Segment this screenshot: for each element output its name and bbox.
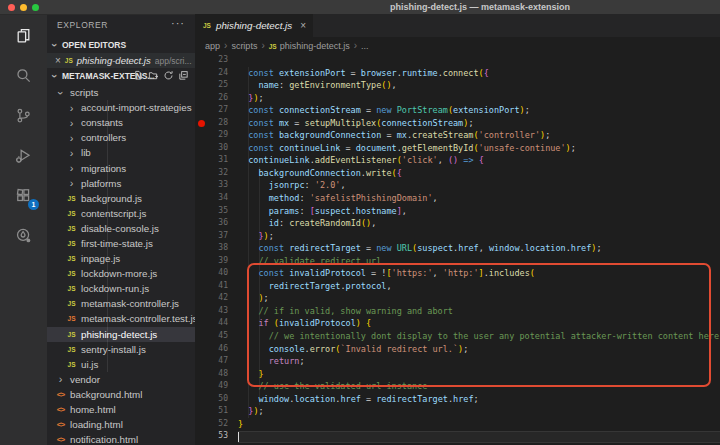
refresh-icon[interactable] bbox=[163, 70, 174, 81]
new-file-icon[interactable] bbox=[133, 70, 144, 81]
open-editor-item[interactable]: ×JSphishing-detect.jsapp/scri... bbox=[47, 53, 195, 68]
line-number[interactable]: 32 bbox=[195, 167, 238, 180]
source-control-icon[interactable] bbox=[0, 95, 47, 135]
line-number[interactable]: 26 bbox=[195, 92, 238, 105]
line-number-gutter[interactable]: 2324252627282930313233343536373839404142… bbox=[195, 54, 238, 443]
collapse-all-icon[interactable] bbox=[178, 70, 189, 81]
line-number[interactable]: 45 bbox=[195, 330, 238, 343]
tree-item-scripts[interactable]: ›scripts bbox=[47, 85, 195, 100]
tree-item-first-time-state-js[interactable]: JSfirst-time-state.js bbox=[47, 236, 195, 251]
tree-item-ui-js[interactable]: JSui.js bbox=[47, 357, 195, 372]
file-tree: ›scripts›account-import-strategies›const… bbox=[47, 85, 195, 445]
tree-item-background-html[interactable]: <>background.html bbox=[47, 387, 195, 402]
line-number[interactable]: 31 bbox=[195, 154, 238, 167]
tab-close-icon[interactable]: × bbox=[300, 20, 306, 31]
line-number[interactable]: 28 bbox=[195, 117, 238, 130]
tree-item-metamask-controller-js[interactable]: JSmetamask-controller.js bbox=[47, 296, 195, 311]
tree-item-contentscript-js[interactable]: JScontentscript.js bbox=[47, 206, 195, 221]
line-number[interactable]: 42 bbox=[195, 292, 238, 305]
line-number[interactable]: 35 bbox=[195, 205, 238, 218]
line-number[interactable]: 39 bbox=[195, 255, 238, 268]
line-number[interactable]: 27 bbox=[195, 104, 238, 117]
tree-item-loading-html[interactable]: <>loading.html bbox=[47, 417, 195, 432]
code-line: method: 'safelistPhishingDomain', bbox=[238, 192, 720, 205]
line-number[interactable]: 44 bbox=[195, 317, 238, 330]
line-number[interactable]: 53 bbox=[195, 430, 238, 443]
tab-label: phishing-detect.js bbox=[216, 20, 292, 31]
breadcrumb-item[interactable]: scripts bbox=[231, 41, 257, 51]
line-number[interactable]: 33 bbox=[195, 179, 238, 192]
tree-item-controllers[interactable]: ›controllers bbox=[47, 130, 195, 145]
tree-item-platforms[interactable]: ›platforms bbox=[47, 176, 195, 191]
line-number[interactable]: 49 bbox=[195, 380, 238, 393]
tree-item-inpage-js[interactable]: JSinpage.js bbox=[47, 251, 195, 266]
tree-item-background-js[interactable]: JSbackground.js bbox=[47, 191, 195, 206]
line-number[interactable]: 51 bbox=[195, 405, 238, 418]
line-number[interactable]: 36 bbox=[195, 217, 238, 230]
tree-item-lockdown-run-js[interactable]: JSlockdown-run.js bbox=[47, 281, 195, 296]
tree-item-home-html[interactable]: <>home.html bbox=[47, 402, 195, 417]
line-number[interactable]: 30 bbox=[195, 142, 238, 155]
breadcrumb-item[interactable]: JSphishing-detect.js bbox=[269, 41, 350, 51]
code-lines[interactable]: const extensionPort = browser.runtime.co… bbox=[238, 54, 720, 443]
line-number[interactable]: 50 bbox=[195, 393, 238, 406]
tree-item-constants[interactable]: ›constants bbox=[47, 115, 195, 130]
macos-minimize-button[interactable] bbox=[20, 4, 27, 11]
tree-item-vendor[interactable]: ›vendor bbox=[47, 372, 195, 387]
run-debug-icon[interactable] bbox=[0, 135, 47, 175]
tree-item-label: scripts bbox=[70, 87, 98, 98]
macos-zoom-button[interactable] bbox=[32, 4, 39, 11]
line-number[interactable]: 29 bbox=[195, 129, 238, 142]
tree-item-phishing-detect-js[interactable]: JSphishing-detect.js bbox=[47, 327, 195, 342]
tree-item-label: vendor bbox=[70, 374, 100, 385]
workspace-section[interactable]: › METAMASK-EXTENS... bbox=[47, 68, 195, 84]
code-line: } bbox=[238, 418, 720, 431]
search-icon[interactable] bbox=[0, 55, 47, 95]
new-folder-icon[interactable] bbox=[148, 70, 159, 81]
line-number[interactable]: 38 bbox=[195, 242, 238, 255]
tree-item-label: lockdown-run.js bbox=[81, 283, 149, 294]
tree-item-label: platforms bbox=[81, 178, 121, 189]
breakpoint-icon[interactable] bbox=[198, 120, 205, 127]
line-number[interactable]: 25 bbox=[195, 79, 238, 92]
tree-item-lib[interactable]: ›lib bbox=[47, 145, 195, 160]
more-actions-icon[interactable]: ··· bbox=[171, 17, 185, 29]
close-icon[interactable]: × bbox=[55, 55, 61, 66]
line-number[interactable]: 46 bbox=[195, 343, 238, 356]
breadcrumb-item[interactable]: app bbox=[205, 41, 220, 51]
code-line: jsonrpc: '2.0', bbox=[238, 179, 720, 192]
chevron-right-icon: › bbox=[66, 164, 77, 172]
open-editors-section[interactable]: › OPEN EDITORS bbox=[47, 37, 195, 53]
extensions-icon[interactable]: 1 bbox=[0, 175, 47, 215]
extension-plugin-icon[interactable] bbox=[0, 215, 47, 255]
html-file-icon: <> bbox=[55, 390, 66, 399]
tree-item-migrations[interactable]: ›migrations bbox=[47, 160, 195, 175]
tree-item-metamask-controller-test-js[interactable]: JSmetamask-controller.test.js bbox=[47, 311, 195, 326]
line-number[interactable]: 40 bbox=[195, 267, 238, 280]
breadcrumb-item[interactable]: ... bbox=[361, 41, 369, 51]
explorer-icon[interactable] bbox=[0, 15, 47, 55]
tree-item-disable-console-js[interactable]: JSdisable-console.js bbox=[47, 221, 195, 236]
breadcrumb-separator: › bbox=[354, 40, 357, 51]
line-number[interactable]: 24 bbox=[195, 67, 238, 80]
line-number[interactable]: 47 bbox=[195, 355, 238, 368]
tab-phishing-detect[interactable]: JS phishing-detect.js × bbox=[195, 14, 314, 37]
code-line: const extensionPort = browser.runtime.co… bbox=[238, 67, 720, 80]
tree-item-sentry-install-js[interactable]: JSsentry-install.js bbox=[47, 342, 195, 357]
code-line: const redirectTarget = new URL(suspect.h… bbox=[238, 242, 720, 255]
code-area[interactable]: 2324252627282930313233343536373839404142… bbox=[195, 54, 720, 445]
html-file-icon: <> bbox=[55, 405, 66, 414]
line-number[interactable]: 37 bbox=[195, 230, 238, 243]
tree-item-lockdown-more-js[interactable]: JSlockdown-more.js bbox=[47, 266, 195, 281]
line-number[interactable]: 41 bbox=[195, 280, 238, 293]
open-editor-filename[interactable]: phishing-detect.js bbox=[77, 55, 151, 66]
tree-item-notification-html[interactable]: <>notification.html bbox=[47, 432, 195, 445]
line-number[interactable]: 43 bbox=[195, 305, 238, 318]
tree-item-account-import-strategies[interactable]: ›account-import-strategies bbox=[47, 100, 195, 115]
macos-close-button[interactable] bbox=[8, 4, 15, 11]
tree-item-label: account-import-strategies bbox=[81, 102, 192, 113]
line-number[interactable]: 23 bbox=[195, 54, 238, 67]
line-number[interactable]: 34 bbox=[195, 192, 238, 205]
line-number[interactable]: 52 bbox=[195, 418, 238, 431]
line-number[interactable]: 48 bbox=[195, 368, 238, 381]
